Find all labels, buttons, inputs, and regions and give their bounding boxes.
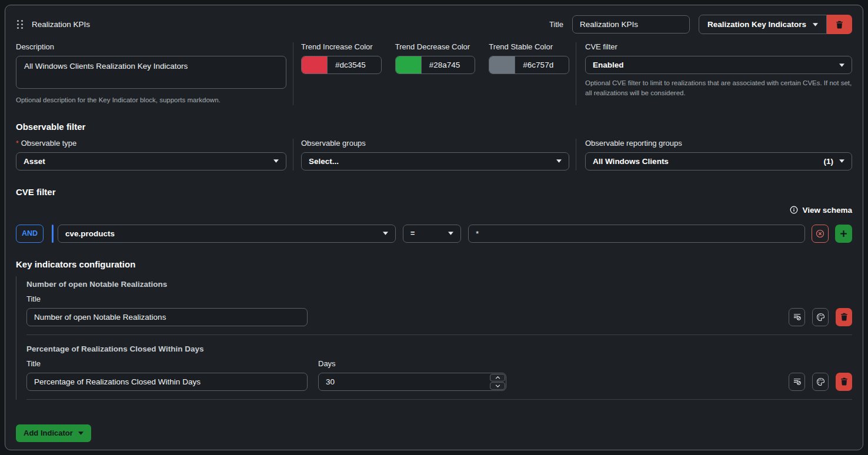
delete-indicator-button[interactable]	[836, 373, 852, 391]
trash-icon	[840, 377, 848, 386]
trend-decrease-color-label: Trend Decrease Color	[395, 42, 476, 51]
delete-widget-button[interactable]	[827, 15, 852, 34]
chevron-up-icon	[495, 376, 500, 379]
rule-indent-bar	[52, 225, 54, 243]
chevron-down-icon	[383, 232, 388, 235]
observable-type-select[interactable]: Asset	[16, 152, 286, 170]
chevron-down-icon	[448, 232, 453, 235]
indicator-block: Percentage of Realizations Closed Within…	[26, 341, 852, 400]
trend-decrease-color-field: Trend Decrease Color #28a745	[395, 42, 476, 74]
widget-type-button-group: Realization Key Indicators	[699, 15, 852, 34]
days-input[interactable]	[318, 373, 506, 391]
observable-reporting-groups-label: Observable reporting groups	[585, 139, 852, 148]
indicator-list: Number of open Notable Realizations Titl…	[16, 276, 852, 400]
chevron-down-icon	[556, 159, 562, 163]
info-icon	[790, 206, 798, 214]
trend-stable-color-input[interactable]: #6c757d	[489, 56, 569, 74]
observable-type-column: *Observable type Asset	[16, 139, 293, 170]
trash-icon	[840, 313, 848, 321]
rule-operator-select[interactable]: =	[403, 225, 461, 243]
trend-stable-color-field: Trend Stable Color #6c757d	[489, 42, 569, 74]
color-swatch[interactable]	[302, 56, 328, 73]
indicator-title-field: Title	[26, 353, 308, 391]
add-rule-button[interactable]	[835, 225, 852, 243]
trend-increase-color-label: Trend Increase Color	[301, 42, 382, 51]
chevron-down-icon	[495, 384, 500, 387]
indicator-row: Title Days	[26, 353, 852, 391]
add-indicator-label: Add Indicator	[24, 429, 73, 437]
rule-value-input[interactable]	[468, 225, 805, 243]
color-palette-button[interactable]	[812, 308, 829, 326]
trend-decrease-color-input[interactable]: #28a745	[395, 56, 476, 74]
color-swatch[interactable]	[396, 56, 422, 73]
observable-groups-label: Observable groups	[301, 139, 569, 148]
widget-header-left: Realization KPIs	[16, 18, 90, 31]
general-settings-row: Description All Windows Clients Realizat…	[16, 42, 852, 105]
description-label: Description	[16, 42, 286, 51]
palette-icon	[816, 377, 825, 386]
title-input[interactable]	[572, 15, 690, 34]
add-indicator-button[interactable]: Add Indicator	[16, 424, 91, 442]
indicator-title-label: Title	[26, 359, 308, 368]
indicator-title-input[interactable]	[26, 308, 308, 326]
clear-filter-button[interactable]	[789, 373, 805, 391]
cve-filter-selected-value: Enabled	[593, 61, 624, 69]
plus-icon	[840, 230, 847, 237]
color-value: #28a745	[422, 56, 460, 73]
widget-type-dropdown[interactable]: Realization Key Indicators	[699, 15, 827, 34]
view-schema-link[interactable]: View schema	[790, 205, 852, 215]
indicator-title-input[interactable]	[26, 373, 308, 391]
observable-groups-placeholder: Select...	[309, 157, 339, 166]
chevron-down-icon	[813, 23, 818, 26]
filter-clear-icon	[793, 313, 802, 321]
observable-groups-select[interactable]: Select...	[301, 152, 569, 170]
and-conjunction-button[interactable]: AND	[16, 225, 44, 243]
key-indicators-heading: Key indicators configuration	[16, 259, 852, 269]
description-column: Description All Windows Clients Realizat…	[16, 42, 293, 105]
observable-reporting-groups-select[interactable]: All Windows Clients (1)	[585, 152, 852, 170]
trend-increase-color-field: Trend Increase Color #dc3545	[301, 42, 382, 74]
rule-field-select[interactable]: cve.products	[58, 225, 396, 243]
chevron-down-icon	[78, 431, 84, 435]
reporting-groups-right: (1)	[824, 157, 845, 166]
trash-icon	[836, 21, 843, 29]
number-stepper	[490, 374, 505, 390]
palette-icon	[816, 313, 825, 322]
observable-type-selected-value: Asset	[24, 157, 45, 166]
cve-filter-help: Optional CVE filter to limit to realizat…	[585, 78, 852, 98]
widget-type-label: Realization Key Indicators	[707, 20, 806, 29]
delete-indicator-button[interactable]	[836, 308, 852, 326]
cve-filter-column: CVE filter Enabled Optional CVE filter t…	[576, 42, 852, 105]
block-title: Realization KPIs	[32, 20, 90, 29]
days-label: Days	[318, 359, 506, 368]
stepper-down-button[interactable]	[490, 382, 505, 390]
description-textarea[interactable]: All Windows Clients Realization Key Indi…	[16, 56, 286, 89]
observable-filter-row: *Observable type Asset Observable groups…	[16, 139, 852, 170]
color-value: #dc3545	[328, 56, 366, 73]
indicator-block: Number of open Notable Realizations Titl…	[26, 276, 852, 335]
cve-filter-rule-row: AND cve.products =	[16, 225, 852, 243]
widget-config-card: Realization KPIs Title Realization Key I…	[5, 5, 863, 450]
schema-row: View schema	[16, 205, 852, 215]
cve-filter-label: CVE filter	[585, 42, 852, 51]
color-value: #6c757d	[515, 56, 553, 73]
drag-handle-icon[interactable]	[16, 18, 24, 31]
rule-operator-selected-value: =	[410, 229, 415, 237]
color-palette-button[interactable]	[812, 373, 829, 391]
indicator-name: Number of open Notable Realizations	[26, 276, 852, 289]
trend-colors-column: Trend Increase Color #dc3545 Trend Decre…	[293, 42, 576, 105]
observable-type-label: *Observable type	[16, 139, 286, 148]
remove-rule-button[interactable]	[812, 225, 829, 243]
indicator-name: Percentage of Realizations Closed Within…	[26, 341, 852, 353]
color-swatch[interactable]	[489, 56, 515, 73]
cve-filter-builder-heading: CVE filter	[16, 187, 852, 197]
filter-clear-icon	[793, 377, 802, 386]
clear-filter-button[interactable]	[789, 308, 805, 326]
stepper-up-button[interactable]	[490, 374, 505, 382]
indicator-title-label: Title	[26, 295, 852, 303]
required-asterisk: *	[16, 139, 19, 148]
indicator-days-field: Days	[318, 353, 506, 391]
trend-increase-color-input[interactable]: #dc3545	[301, 56, 382, 74]
circle-x-icon	[816, 229, 824, 238]
cve-filter-select[interactable]: Enabled	[585, 56, 852, 74]
